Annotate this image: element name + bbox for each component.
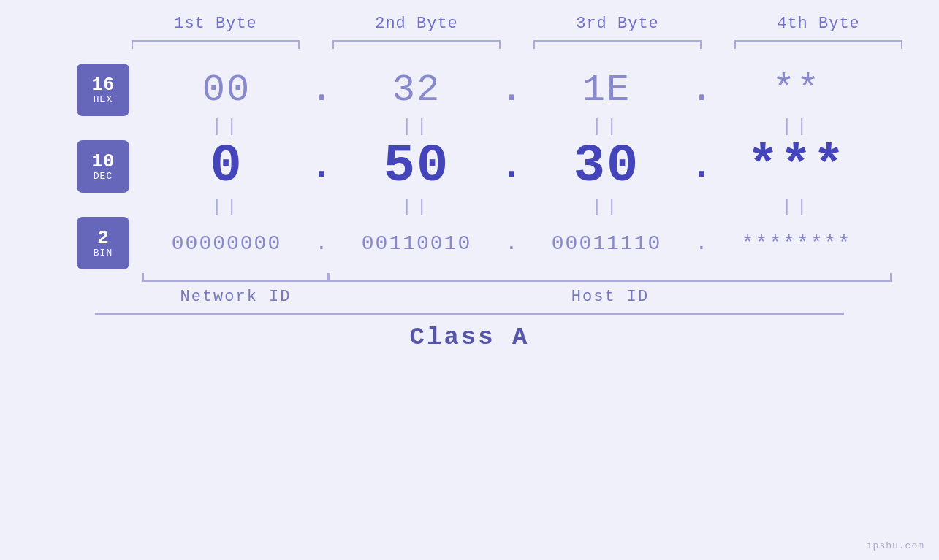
eq-row-2-data: || || || || bbox=[142, 197, 892, 217]
bottom-section: Network ID Host ID bbox=[47, 273, 892, 306]
class-bar bbox=[95, 313, 844, 315]
eq2-c4: || bbox=[712, 197, 881, 217]
byte3-header: 3rd Byte bbox=[533, 15, 702, 33]
bin-badge-slot: 2 BIN bbox=[47, 217, 142, 269]
hex-badge-slot: 16 HEX bbox=[47, 64, 142, 116]
eq1-c1: || bbox=[142, 117, 311, 137]
dec-b4: *** bbox=[712, 137, 881, 196]
top-bracket-3 bbox=[533, 40, 702, 49]
dec-row-data: 0 . 50 . 30 . *** bbox=[142, 137, 892, 196]
hex-b2: 32 bbox=[332, 69, 501, 112]
hex-sep2: . bbox=[501, 69, 522, 112]
byte2-header: 2nd Byte bbox=[332, 15, 501, 33]
class-label: Class A bbox=[410, 323, 530, 351]
bin-badge-label: BIN bbox=[94, 248, 113, 258]
hex-b1: 00 bbox=[142, 69, 311, 112]
dec-badge-slot: 10 DEC bbox=[47, 140, 142, 193]
bottom-brackets bbox=[142, 273, 892, 282]
host-bracket bbox=[329, 273, 892, 282]
hex-row-group: 16 HEX 00 . 32 . 1E . ** bbox=[47, 64, 892, 116]
bin-b2: 00110010 bbox=[332, 232, 501, 255]
hex-badge-label: HEX bbox=[94, 94, 113, 105]
rows-wrapper: 16 HEX 00 . 32 . 1E . ** || || | bbox=[47, 64, 892, 351]
main-container: 1st Byte 2nd Byte 3rd Byte 4th Byte 16 H… bbox=[0, 0, 939, 560]
bin-b3: 00011110 bbox=[522, 232, 691, 255]
bin-b4: ******** bbox=[712, 232, 881, 255]
dec-badge: 10 DEC bbox=[77, 140, 129, 193]
dec-b2: 50 bbox=[332, 137, 501, 196]
eq2-c3: || bbox=[522, 197, 691, 217]
bin-b1: 00000000 bbox=[142, 232, 311, 255]
hex-badge: 16 HEX bbox=[77, 64, 129, 116]
host-id-label: Host ID bbox=[329, 288, 892, 306]
dec-sep1: . bbox=[311, 145, 332, 188]
dec-sep2: . bbox=[501, 145, 522, 188]
byte1-header: 1st Byte bbox=[132, 15, 300, 33]
hex-sep1: . bbox=[311, 69, 332, 112]
eq-row-2: || || || || bbox=[47, 199, 892, 214]
bin-badge-num: 2 bbox=[97, 229, 109, 248]
dec-badge-num: 10 bbox=[91, 152, 114, 171]
hex-sep3: . bbox=[691, 69, 712, 112]
hex-row-data: 00 . 32 . 1E . ** bbox=[142, 69, 892, 112]
eq1-c2: || bbox=[332, 117, 501, 137]
dec-sep3: . bbox=[691, 145, 712, 188]
top-bracket-4 bbox=[734, 40, 902, 49]
dec-badge-label: DEC bbox=[94, 171, 113, 182]
network-bracket bbox=[142, 273, 329, 282]
top-brackets bbox=[115, 40, 919, 49]
hex-b4: ** bbox=[712, 69, 881, 112]
eq1-c4: || bbox=[712, 117, 881, 137]
bin-sep3: . bbox=[691, 232, 712, 255]
dec-b1: 0 bbox=[142, 137, 311, 196]
bin-row-data: 00000000 . 00110010 . 00011110 . *******… bbox=[142, 232, 892, 255]
bin-sep1: . bbox=[311, 232, 332, 255]
bottom-labels: Network ID Host ID bbox=[142, 288, 892, 306]
dec-row-group: 10 DEC 0 . 50 . 30 . *** bbox=[47, 137, 892, 196]
bin-badge: 2 BIN bbox=[77, 217, 129, 269]
bin-sep2: . bbox=[501, 232, 522, 255]
eq-row-1-data: || || || || bbox=[142, 117, 892, 137]
byte4-header: 4th Byte bbox=[734, 15, 902, 33]
top-bracket-1 bbox=[132, 40, 300, 49]
network-id-label: Network ID bbox=[142, 288, 329, 306]
hex-badge-num: 16 bbox=[91, 75, 114, 94]
eq1-c3: || bbox=[522, 117, 691, 137]
eq2-c1: || bbox=[142, 197, 311, 217]
bin-row-group: 2 BIN 00000000 . 00110010 . 00011110 . *… bbox=[47, 217, 892, 269]
top-bracket-2 bbox=[332, 40, 501, 49]
dec-b3: 30 bbox=[522, 137, 691, 196]
watermark: ipshu.com bbox=[867, 540, 924, 551]
class-section: Class A bbox=[47, 313, 892, 351]
eq-row-1: || || || || bbox=[47, 119, 892, 134]
eq2-c2: || bbox=[332, 197, 501, 217]
byte-headers: 1st Byte 2nd Byte 3rd Byte 4th Byte bbox=[115, 15, 919, 33]
hex-b3: 1E bbox=[522, 69, 691, 112]
